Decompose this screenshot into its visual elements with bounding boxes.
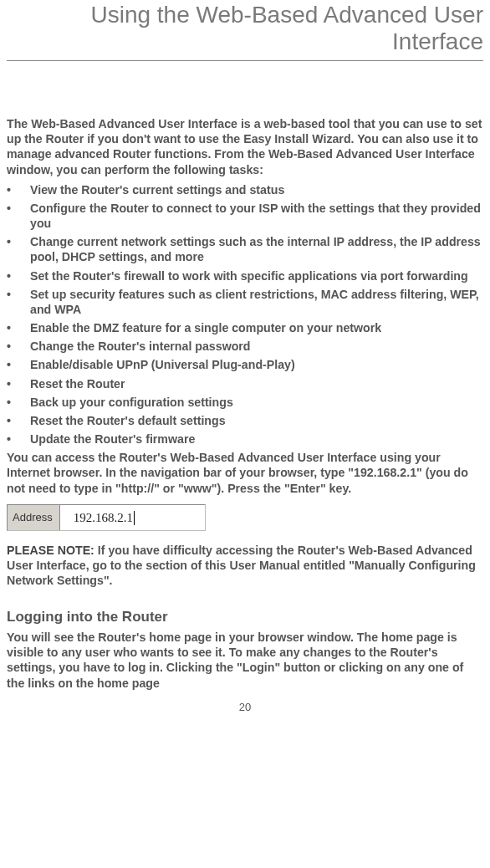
access-paragraph: You can access the Router's Web-Based Ad… (7, 450, 483, 496)
address-label: Address (8, 505, 60, 530)
task-list: •View the Router's current settings and … (7, 182, 483, 447)
list-item: •Update the Router's firmware (7, 431, 483, 447)
page-title: Using the Web-Based Advanced User Interf… (7, 2, 483, 61)
address-value: 192.168.2.1 (60, 505, 205, 530)
intro-paragraph: The Web-Based Advanced User Interface is… (7, 116, 483, 177)
text-cursor (134, 511, 135, 525)
list-item: •Enable/disable UPnP (Universal Plug-and… (7, 357, 483, 372)
address-bar: Address 192.168.2.1 (7, 504, 206, 531)
please-note: PLEASE NOTE: If you have difficulty acce… (7, 543, 483, 589)
list-item: •Enable the DMZ feature for a single com… (7, 320, 483, 335)
page-number: 20 (7, 701, 483, 713)
list-item: •Change current network settings such as… (7, 234, 483, 264)
list-item: •Set the Router's firewall to work with … (7, 268, 483, 283)
list-item: •Change the Router's internal password (7, 339, 483, 354)
list-item: •Configure the Router to connect to your… (7, 201, 483, 231)
list-item: •Back up your configuration settings (7, 395, 483, 410)
list-item: •Reset the Router's default settings (7, 413, 483, 428)
list-item: •Reset the Router (7, 376, 483, 391)
note-label: PLEASE NOTE: (7, 544, 94, 557)
list-item: •Set up security features such as client… (7, 287, 483, 317)
login-paragraph: You will see the Router's home page in y… (7, 630, 483, 691)
list-item: •View the Router's current settings and … (7, 182, 483, 197)
subheading-logging-in: Logging into the Router (7, 608, 483, 626)
